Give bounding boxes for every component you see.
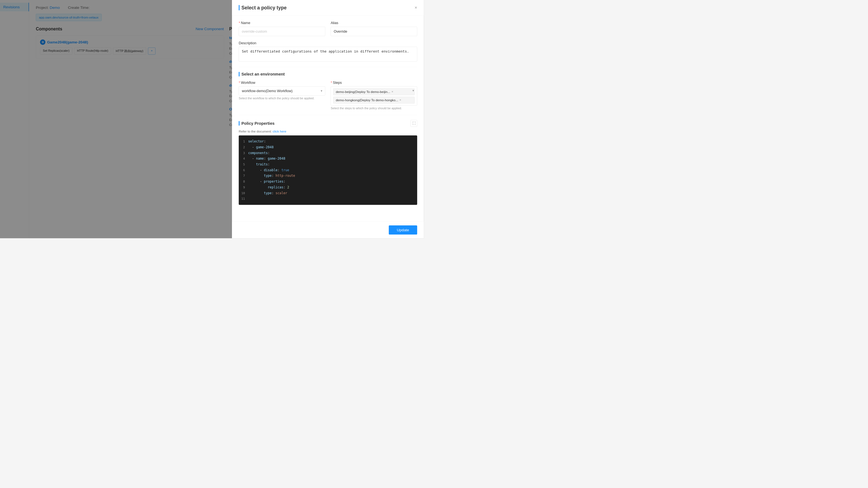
alias-label: Alias [331,21,417,25]
step-tag-beijing: demo-beijing(Deploy To demo-beijin... × [333,88,414,95]
workflow-steps-row: * Workflow workflow-demo(Demo Workflow) … [239,80,417,110]
code-line-10: 10 type: scaler [239,190,417,196]
name-alias-row: * Name Alias [239,21,417,36]
code-line-11: 11 [239,196,417,202]
fullscreen-button[interactable]: ⛶ [410,120,417,127]
workflow-label: * Workflow [239,80,326,85]
code-line-2: 2 - game-2048 [239,144,417,150]
workflow-required: * [239,80,240,85]
code-line-3: 3 components: [239,150,417,156]
steps-label: * Steps [331,80,417,85]
drawer-footer: Update [232,221,424,238]
policy-props-header: Policy Properties ⛶ [239,120,417,127]
drawer-body: * Name Alias Description Set differentia… [232,15,424,221]
description-label: Description [239,41,417,45]
app-container: Revisions Project: Demo Create Time: app… [0,0,424,238]
title-bar-accent [239,5,240,10]
policy-drawer: Select a policy type × * Name Alias [232,0,424,238]
steps-select-arrow: ▼ [412,89,414,92]
name-input[interactable] [239,27,326,36]
name-label: * Name [239,21,326,25]
code-line-9: 9 replicas: 2 [239,185,417,190]
workflow-field-group: * Workflow workflow-demo(Demo Workflow) … [239,80,326,110]
workflow-hint: Select the workflow to which the policy … [239,97,326,100]
workflow-select[interactable]: workflow-demo(Demo Workflow) [239,86,326,95]
props-title-bar [239,121,240,126]
code-line-4: 4 - name: game-2048 [239,156,417,162]
steps-multi-select[interactable]: demo-beijing(Deploy To demo-beijin... × … [331,86,417,105]
name-field-group: * Name [239,21,326,36]
code-line-8: 8 - properties: [239,179,417,185]
step-remove-beijing[interactable]: × [392,90,393,94]
steps-hint: Select the steps to which the policy sho… [331,106,417,110]
workflow-select-wrapper: workflow-demo(Demo Workflow) ▼ [239,86,326,95]
policy-props-title: Policy Properties [239,121,275,126]
name-required: * [239,21,240,25]
drawer-header: Select a policy type × [232,0,424,15]
select-env-title: Select an environment [239,72,417,77]
code-line-1: 1 selector: [239,139,417,144]
description-textarea[interactable]: Set differentiated configurations of the… [239,47,417,62]
code-line-6: 6 - disable: true [239,167,417,173]
alias-input[interactable] [331,27,417,36]
update-button[interactable]: Update [389,225,417,235]
env-title-bar [239,72,240,77]
doc-ref-link[interactable]: click here [273,129,286,133]
step-remove-hongkong[interactable]: × [399,98,401,102]
step-tag-hongkong: demo-hongkong(Deploy To demo-hongko... × [333,97,414,103]
drawer-close-button[interactable]: × [414,5,417,10]
doc-ref: Refer to the document: click here [239,129,417,133]
drawer-title: Select a policy type [239,5,287,11]
alias-field-group: Alias [331,21,417,36]
steps-required: * [331,80,332,85]
code-editor[interactable]: 1 selector: 2 - game-2048 3 components: … [239,135,417,205]
steps-field-group: * Steps demo-beijing(Deploy To demo-beij… [331,80,417,110]
code-line-5: 5 traits: [239,162,417,167]
description-field-group: Description Set differentiated configura… [239,41,417,62]
code-line-7: 7 type: http-route [239,173,417,179]
